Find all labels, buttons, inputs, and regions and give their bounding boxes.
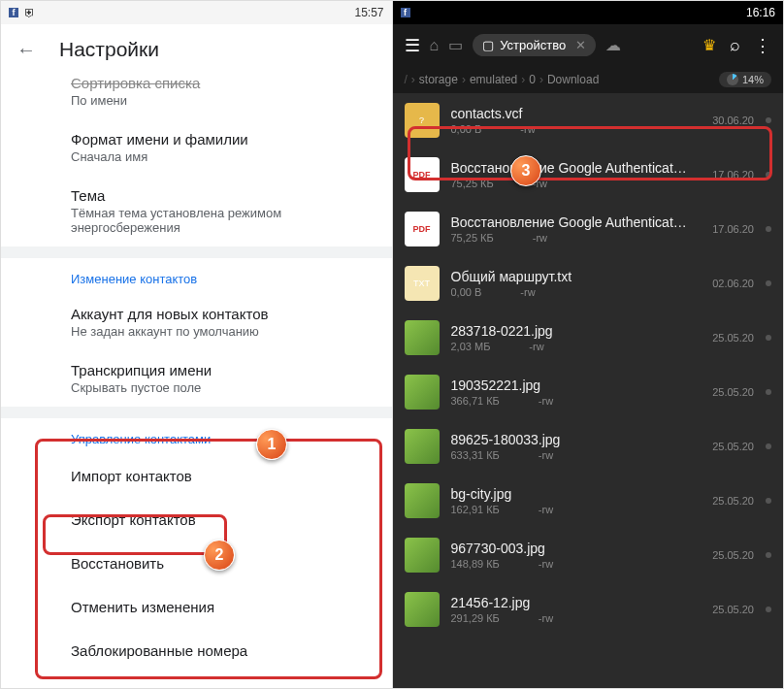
file-size: 75,25 КБ [451, 178, 494, 189]
status-time: 16:16 [746, 6, 775, 19]
badge-2: 2 [204, 540, 235, 571]
setting-blocked[interactable]: Заблокированные номера [1, 629, 392, 673]
dot-icon [766, 117, 771, 123]
file-perm: -rw [539, 449, 553, 461]
close-icon[interactable]: ✕ [575, 38, 586, 52]
setting-export[interactable]: Экспорт контактов [1, 498, 392, 541]
file-date: 25.05.20 [705, 332, 754, 344]
file-date: 02.06.20 [705, 278, 754, 289]
file-size: 148,89 КБ [451, 558, 500, 570]
file-size: 0,00 B [451, 123, 482, 135]
file-name: 190352221.jpg [451, 377, 695, 393]
file-row[interactable]: 190352221.jpg 366,71 КБ -rw 25.05.20 [393, 365, 784, 419]
header: ← Настройки [1, 24, 392, 75]
section-manage-contacts: Управление контактами [1, 418, 392, 454]
file-name: contacts.vcf [451, 106, 695, 121]
file-name: 967730-003.jpg [451, 541, 695, 556]
dot-icon [766, 607, 771, 612]
toolbar: ☰ ⌂ ▭ ▢ Устройство ✕ ☁ ♛ ⌕ ⋮ [393, 24, 784, 66]
divider [1, 407, 392, 418]
dot-icon [766, 389, 771, 395]
dot-icon [766, 280, 771, 286]
breadcrumb[interactable]: /› storage› emulated› 0› Download 14% [393, 66, 784, 93]
pie-icon [727, 74, 738, 85]
setting-name-format[interactable]: Формат имени и фамилии Сначала имя [1, 119, 392, 176]
file-row[interactable]: PDF Восстановление Google Authenticator-… [393, 148, 784, 202]
section-change-contacts: Изменение контактов [1, 258, 392, 294]
file-thumb-icon [405, 538, 440, 573]
file-date: 17.06.20 [705, 223, 754, 235]
file-thumb-icon: ? [405, 103, 440, 138]
badge-1: 1 [256, 429, 287, 460]
file-size: 633,31 КБ [451, 449, 500, 461]
file-thumb-icon [405, 429, 440, 464]
file-size: 366,71 КБ [451, 395, 500, 407]
file-date: 17.06.20 [705, 169, 754, 180]
file-date: 30.06.20 [705, 115, 754, 126]
page-title: Настройки [59, 38, 159, 61]
file-size: 75,25 КБ [451, 232, 494, 244]
storage-indicator[interactable]: 14% [719, 72, 771, 87]
crown-icon[interactable]: ♛ [702, 36, 716, 54]
file-date: 25.05.20 [705, 549, 754, 561]
setting-theme[interactable]: Тема Тёмная тема установлена режимом эне… [1, 176, 392, 246]
file-row[interactable]: ? contacts.vcf 0,00 B -rw 30.06.20 [393, 93, 784, 148]
home-icon[interactable]: ⌂ [430, 37, 440, 54]
setting-import[interactable]: Импорт контактов [1, 454, 392, 498]
search-icon[interactable]: ⌕ [730, 35, 740, 55]
dot-icon [766, 172, 771, 178]
folder-icon[interactable]: ▭ [448, 36, 463, 54]
file-manager-screen: f 16:16 ☰ ⌂ ▭ ▢ Устройство ✕ ☁ ♛ ⌕ ⋮ /› … [393, 1, 784, 688]
file-name: Восстановление Google Authenticator.pdf [451, 214, 695, 230]
file-row[interactable]: 967730-003.jpg 148,89 КБ -rw 25.05.20 [393, 528, 784, 582]
file-date: 25.05.20 [705, 386, 754, 398]
setting-new-account[interactable]: Аккаунт для новых контактов Не задан акк… [1, 294, 392, 350]
dot-icon [766, 226, 771, 232]
file-thumb-icon: PDF [405, 212, 440, 246]
file-row[interactable]: 283718-0221.jpg 2,03 МБ -rw 25.05.20 [393, 311, 784, 365]
divider [1, 246, 392, 258]
setting-sort[interactable]: Сортировка списка По имени [1, 75, 392, 119]
file-name: Восстановление Google Authenticator-1.pd… [451, 160, 695, 176]
dot-icon [766, 335, 771, 341]
file-thumb-icon [405, 375, 440, 410]
file-date: 25.05.20 [705, 441, 754, 452]
back-arrow-icon[interactable]: ← [16, 39, 36, 61]
setting-transcription[interactable]: Транскрипция имени Скрывать пустое поле [1, 350, 392, 407]
file-perm: -rw [533, 232, 547, 244]
facebook-icon: f [9, 8, 18, 17]
file-perm: -rw [539, 612, 553, 624]
file-row[interactable]: PDF Восстановление Google Authenticator.… [393, 202, 784, 256]
file-thumb-icon [405, 592, 440, 627]
file-thumb-icon [405, 320, 440, 355]
cloud-icon[interactable]: ☁ [605, 36, 621, 54]
facebook-icon: f [401, 8, 410, 17]
file-perm: -rw [539, 395, 553, 407]
file-row[interactable]: bg-city.jpg 162,91 КБ -rw 25.05.20 [393, 474, 784, 528]
file-name: 89625-180033.jpg [451, 432, 695, 447]
file-perm: -rw [520, 286, 535, 298]
file-row[interactable]: 89625-180033.jpg 633,31 КБ -rw 25.05.20 [393, 419, 784, 474]
file-name: 21456-12.jpg [451, 595, 695, 610]
file-row[interactable]: TXT Общий маршрут.txt 0,00 B -rw 02.06.2… [393, 256, 784, 311]
more-icon[interactable]: ⋮ [754, 35, 771, 56]
setting-restore[interactable]: Восстановить [1, 541, 392, 585]
file-thumb-icon: PDF [405, 157, 440, 192]
status-time: 15:57 [354, 6, 383, 19]
file-thumb-icon [405, 483, 440, 518]
file-row[interactable]: 21456-12.jpg 291,29 КБ -rw 25.05.20 [393, 582, 784, 637]
file-date: 25.05.20 [705, 604, 754, 615]
file-size: 162,91 КБ [451, 504, 500, 515]
device-tab[interactable]: ▢ Устройство ✕ [473, 34, 596, 56]
status-bar: f ⛨ 15:57 [1, 1, 392, 24]
file-date: 25.05.20 [705, 495, 754, 507]
file-name: Общий маршрут.txt [451, 269, 695, 284]
status-bar: f 16:16 [393, 1, 784, 24]
menu-icon[interactable]: ☰ [405, 35, 420, 56]
dot-icon [766, 552, 771, 558]
sd-icon: ▢ [482, 38, 494, 52]
file-size: 2,03 МБ [451, 341, 491, 352]
file-size: 291,29 КБ [451, 612, 500, 624]
badge-3: 3 [510, 155, 541, 186]
setting-undo[interactable]: Отменить изменения [1, 585, 392, 629]
